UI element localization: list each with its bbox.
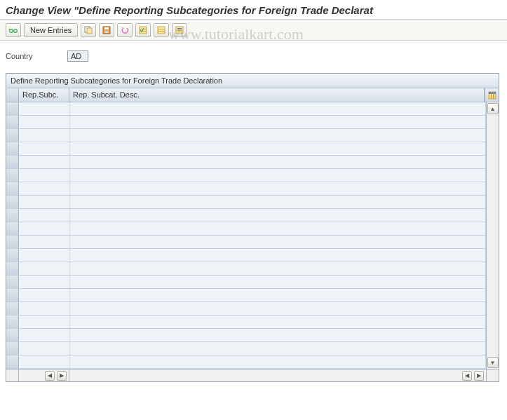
row-selector[interactable] — [6, 222, 19, 235]
cell-subc[interactable] — [19, 196, 69, 208]
cell-subc[interactable] — [19, 129, 69, 142]
table-row[interactable] — [6, 209, 486, 222]
cell-desc[interactable] — [69, 142, 486, 155]
cell-subc[interactable] — [19, 302, 69, 315]
table-row[interactable] — [6, 262, 486, 276]
hscroll-track[interactable] — [69, 370, 458, 381]
table-row[interactable] — [6, 289, 486, 302]
cell-desc[interactable] — [69, 355, 486, 368]
table-row[interactable] — [6, 236, 486, 249]
cell-subc[interactable] — [19, 169, 69, 182]
cell-desc[interactable] — [69, 316, 486, 328]
row-selector[interactable] — [6, 302, 19, 315]
select-all-column-header[interactable] — [6, 88, 19, 102]
table-row[interactable] — [6, 182, 486, 196]
cell-desc[interactable] — [69, 209, 486, 222]
scroll-left-button[interactable]: ◀ — [45, 371, 55, 381]
row-selector[interactable] — [6, 289, 19, 302]
cell-subc[interactable] — [19, 289, 69, 302]
row-selector[interactable] — [6, 316, 19, 328]
table-row[interactable] — [6, 142, 486, 156]
column-header-subc[interactable]: Rep.Subc. — [19, 88, 69, 102]
new-entries-button[interactable]: New Entries — [24, 23, 78, 37]
cell-desc[interactable] — [69, 129, 486, 142]
row-selector[interactable] — [6, 142, 19, 155]
row-selector[interactable] — [6, 102, 19, 115]
cell-desc[interactable] — [69, 329, 486, 341]
copy-button[interactable] — [81, 23, 96, 37]
row-selector[interactable] — [6, 355, 19, 368]
cell-desc[interactable] — [69, 236, 486, 248]
cell-subc[interactable] — [19, 222, 69, 235]
cell-subc[interactable] — [19, 209, 69, 222]
table-row[interactable] — [6, 316, 486, 329]
table-row[interactable] — [6, 249, 486, 262]
cell-desc[interactable] — [69, 289, 486, 302]
cell-subc[interactable] — [19, 342, 69, 355]
table-row[interactable] — [6, 102, 486, 116]
cell-subc[interactable] — [19, 182, 69, 195]
table-row[interactable] — [6, 196, 486, 209]
cell-desc[interactable] — [69, 249, 486, 262]
row-selector[interactable] — [6, 342, 19, 355]
undo-button[interactable] — [117, 23, 133, 37]
cell-subc[interactable] — [19, 142, 69, 155]
select-all-button[interactable] — [135, 23, 151, 37]
cell-desc[interactable] — [69, 262, 486, 275]
row-selector[interactable] — [6, 182, 19, 195]
cell-desc[interactable] — [69, 302, 486, 315]
cell-desc[interactable] — [69, 196, 486, 208]
cell-desc[interactable] — [69, 342, 486, 355]
cell-subc[interactable] — [19, 156, 69, 168]
cell-subc[interactable] — [19, 276, 69, 288]
table-row[interactable] — [6, 342, 486, 355]
deselect-all-button[interactable] — [154, 23, 169, 37]
table-row[interactable] — [6, 302, 486, 316]
row-selector[interactable] — [6, 276, 19, 288]
row-selector[interactable] — [6, 116, 19, 128]
cell-subc[interactable] — [19, 355, 69, 368]
scroll-up-button[interactable]: ▲ — [487, 103, 499, 114]
cell-subc[interactable] — [19, 116, 69, 128]
table-row[interactable] — [6, 169, 486, 182]
cell-desc[interactable] — [69, 169, 486, 182]
cell-subc[interactable] — [19, 329, 69, 341]
row-selector[interactable] — [6, 209, 19, 222]
row-selector[interactable] — [6, 236, 19, 248]
cell-desc[interactable] — [69, 276, 486, 288]
row-selector[interactable] — [6, 249, 19, 262]
column-header-desc[interactable]: Rep. Subcat. Desc. — [69, 88, 485, 102]
toggle-button[interactable] — [6, 23, 21, 37]
cell-desc[interactable] — [69, 156, 486, 168]
row-selector[interactable] — [6, 156, 19, 168]
table-row[interactable] — [6, 222, 486, 236]
scroll-right-button[interactable]: ▶ — [57, 371, 67, 381]
row-selector[interactable] — [6, 329, 19, 341]
scroll-left-end-button[interactable]: ◀ — [462, 371, 472, 381]
cell-subc[interactable] — [19, 249, 69, 262]
row-selector[interactable] — [6, 196, 19, 208]
table-row[interactable] — [6, 116, 486, 129]
cell-subc[interactable] — [19, 316, 69, 328]
table-row[interactable] — [6, 355, 486, 369]
delete-button[interactable] — [172, 23, 187, 37]
table-row[interactable] — [6, 329, 486, 342]
vertical-scrollbar[interactable]: ▲ ▼ — [486, 102, 499, 369]
country-input[interactable] — [67, 50, 88, 62]
table-row[interactable] — [6, 129, 486, 142]
cell-desc[interactable] — [69, 102, 486, 115]
save-button[interactable] — [99, 23, 114, 37]
table-row[interactable] — [6, 276, 486, 289]
cell-desc[interactable] — [69, 116, 486, 128]
scroll-down-button[interactable]: ▼ — [487, 357, 499, 368]
row-selector[interactable] — [6, 129, 19, 142]
cell-desc[interactable] — [69, 222, 486, 235]
cell-subc[interactable] — [19, 262, 69, 275]
cell-subc[interactable] — [19, 236, 69, 248]
cell-desc[interactable] — [69, 182, 486, 195]
table-settings-button[interactable] — [485, 88, 499, 102]
cell-subc[interactable] — [19, 102, 69, 115]
table-row[interactable] — [6, 156, 486, 169]
row-selector[interactable] — [6, 169, 19, 182]
row-selector[interactable] — [6, 262, 19, 275]
